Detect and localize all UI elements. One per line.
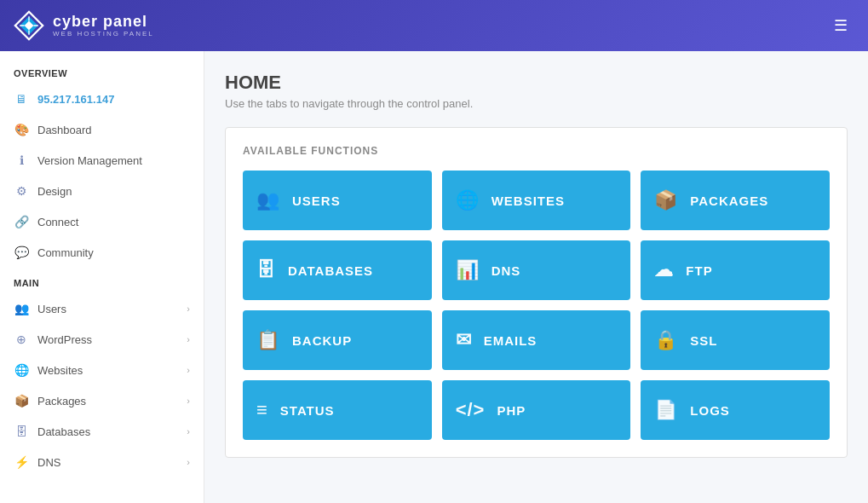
sidebar-item-design[interactable]: ⚙ Design xyxy=(0,176,204,206)
websites-func-icon: 🌐 xyxy=(456,189,480,211)
backup-func-icon: 📋 xyxy=(256,329,280,351)
connect-icon: 🔗 xyxy=(14,214,29,229)
backup-func-label: BACKUP xyxy=(292,333,352,348)
functions-card: AVAILABLE FUNCTIONS 👥 USERS 🌐 WEBSITES 📦… xyxy=(225,127,848,458)
logo-text: cyber panel WEB HOSTING PANEL xyxy=(53,14,154,38)
sidebar-websites-label: Websites xyxy=(37,364,178,377)
sidebar-item-dashboard[interactable]: 🎨 Dashboard xyxy=(0,114,204,145)
packages-func-label: PACKAGES xyxy=(690,194,768,208)
sidebar-version-label: Version Management xyxy=(37,154,190,167)
status-func-label: STATUS xyxy=(280,403,335,418)
dns-func-icon: 📊 xyxy=(456,259,480,281)
sidebar-item-community[interactable]: 💬 Community xyxy=(0,237,204,268)
sidebar-item-connect[interactable]: 🔗 Connect xyxy=(0,206,204,237)
functions-grid: 👥 USERS 🌐 WEBSITES 📦 PACKAGES 🗄 DATABASE… xyxy=(243,171,830,440)
packages-func-icon: 📦 xyxy=(654,189,678,211)
ssl-func-label: SSL xyxy=(690,333,717,348)
emails-function-button[interactable]: ✉ EMAILS xyxy=(442,310,631,370)
ssl-func-icon: 🔒 xyxy=(654,329,678,351)
ssl-function-button[interactable]: 🔒 SSL xyxy=(641,310,830,370)
sidebar-community-label: Community xyxy=(37,246,190,259)
info-icon: ℹ xyxy=(14,153,29,168)
logo-icon xyxy=(14,10,44,41)
server-ip-label: 95.217.161.147 xyxy=(37,93,190,106)
emails-func-icon: ✉ xyxy=(456,329,472,351)
header: cyber panel WEB HOSTING PANEL ☰ xyxy=(0,0,868,51)
community-icon: 💬 xyxy=(14,245,29,260)
sidebar-item-version-management[interactable]: ℹ Version Management xyxy=(0,145,204,176)
sidebar-item-websites[interactable]: 🌐 Websites › xyxy=(0,355,204,385)
sidebar-wordpress-label: WordPress xyxy=(37,333,178,346)
sidebar-connect-label: Connect xyxy=(37,216,190,228)
logs-func-icon: 📄 xyxy=(654,399,678,421)
packages-function-button[interactable]: 📦 PACKAGES xyxy=(641,171,830,230)
logo: cyber panel WEB HOSTING PANEL xyxy=(14,10,154,41)
php-func-icon: </> xyxy=(456,399,486,421)
sidebar-item-users[interactable]: 👥 Users › xyxy=(0,293,204,324)
status-function-button[interactable]: ≡ STATUS xyxy=(243,380,432,440)
users-icon: 👥 xyxy=(14,301,29,316)
sidebar-item-databases[interactable]: 🗄 Databases › xyxy=(0,416,204,447)
backup-function-button[interactable]: 📋 BACKUP xyxy=(243,310,432,370)
users-chevron-icon: › xyxy=(187,304,190,314)
sidebar-item-wordpress[interactable]: ⊕ WordPress › xyxy=(0,324,204,355)
logo-sub: WEB HOSTING PANEL xyxy=(53,30,154,38)
layout: OVERVIEW 🖥 95.217.161.147 🎨 Dashboard ℹ … xyxy=(0,51,868,503)
main-section-label: MAIN xyxy=(0,268,204,293)
websites-chevron-icon: › xyxy=(187,365,190,375)
websites-icon: 🌐 xyxy=(14,362,29,378)
wordpress-icon: ⊕ xyxy=(14,332,29,347)
websites-func-label: WEBSITES xyxy=(491,194,565,208)
overview-section-label: OVERVIEW xyxy=(0,58,204,84)
emails-func-label: EMAILS xyxy=(484,333,537,348)
sidebar-toggle-button[interactable]: ☰ xyxy=(827,13,854,38)
php-func-label: PHP xyxy=(497,403,526,418)
dns-function-button[interactable]: 📊 DNS xyxy=(442,240,631,300)
logs-func-label: LOGS xyxy=(690,403,730,418)
main-content: HOME Use the tabs to navigate through th… xyxy=(204,51,868,503)
sidebar-dashboard-label: Dashboard xyxy=(37,124,190,136)
sidebar-dns-label: DNS xyxy=(37,456,178,469)
functions-section-label: AVAILABLE FUNCTIONS xyxy=(243,145,830,157)
logo-title: cyber panel xyxy=(53,14,154,31)
page-title: HOME xyxy=(225,72,848,94)
design-icon: ⚙ xyxy=(14,183,29,199)
sidebar-databases-label: Databases xyxy=(37,425,178,438)
databases-func-icon: 🗄 xyxy=(256,259,276,281)
server-icon: 🖥 xyxy=(14,91,29,107)
databases-func-label: DATABASES xyxy=(288,263,373,278)
databases-chevron-icon: › xyxy=(187,426,190,437)
dns-icon: ⚡ xyxy=(14,454,29,470)
wordpress-chevron-icon: › xyxy=(187,334,190,344)
php-function-button[interactable]: </> PHP xyxy=(442,380,631,440)
sidebar-packages-label: Packages xyxy=(37,395,178,408)
dns-chevron-icon: › xyxy=(187,457,190,467)
users-func-label: USERS xyxy=(292,194,341,208)
users-function-button[interactable]: 👥 USERS xyxy=(243,171,432,230)
page-subtitle: Use the tabs to navigate through the con… xyxy=(225,97,848,110)
dns-func-label: DNS xyxy=(491,263,521,278)
sidebar-users-label: Users xyxy=(37,303,178,315)
sidebar-item-packages[interactable]: 📦 Packages › xyxy=(0,385,204,416)
ftp-function-button[interactable]: ☁ FTP xyxy=(641,240,830,300)
sidebar-item-server-ip[interactable]: 🖥 95.217.161.147 xyxy=(0,84,204,114)
dashboard-icon: 🎨 xyxy=(14,122,29,137)
databases-function-button[interactable]: 🗄 DATABASES xyxy=(243,240,432,300)
databases-icon: 🗄 xyxy=(14,424,29,439)
sidebar-design-label: Design xyxy=(37,185,190,198)
websites-function-button[interactable]: 🌐 WEBSITES xyxy=(442,171,631,230)
status-func-icon: ≡ xyxy=(256,399,268,421)
ftp-func-label: FTP xyxy=(686,263,712,278)
sidebar: OVERVIEW 🖥 95.217.161.147 🎨 Dashboard ℹ … xyxy=(0,51,204,503)
packages-chevron-icon: › xyxy=(187,396,190,406)
sidebar-item-dns[interactable]: ⚡ DNS › xyxy=(0,447,204,477)
ftp-func-icon: ☁ xyxy=(654,259,674,281)
packages-icon: 📦 xyxy=(14,393,29,408)
users-func-icon: 👥 xyxy=(256,189,280,211)
logs-function-button[interactable]: 📄 LOGS xyxy=(641,380,830,440)
